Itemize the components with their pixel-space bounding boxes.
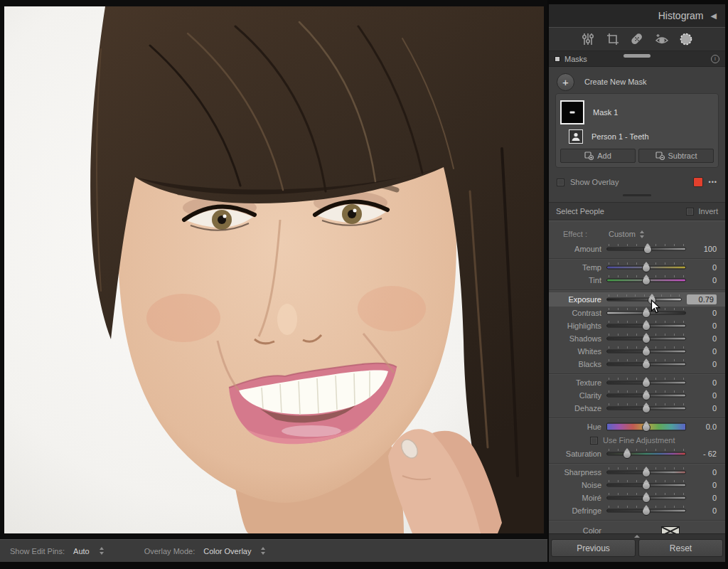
slider-value-exposure[interactable]: 0.79 <box>687 294 717 304</box>
mask-list-item[interactable]: Mask 1 <box>560 97 714 127</box>
use-fine-adjustment-checkbox[interactable] <box>590 437 598 445</box>
slider-knob-sharpness[interactable] <box>642 469 651 477</box>
healing-icon[interactable] <box>629 31 645 47</box>
slider-row-saturation: Saturation- 62 <box>557 447 717 460</box>
mask-component-item[interactable]: Person 1 - Teeth <box>560 127 714 146</box>
slider-track-moire[interactable] <box>606 493 686 504</box>
person-thumbnail[interactable] <box>569 129 583 144</box>
slider-value-defringe[interactable]: 0 <box>691 506 717 515</box>
masking-icon[interactable] <box>678 31 694 47</box>
slider-track-whites[interactable] <box>606 346 686 357</box>
panel-collapse-handle[interactable] <box>623 194 651 196</box>
slider-row-amount: Amount100 <box>557 243 717 255</box>
portrait-photo[interactable] <box>4 6 544 533</box>
slider-track-noise[interactable] <box>606 480 686 491</box>
slider-knob-whites[interactable] <box>642 348 651 356</box>
slider-label-whites: Whites <box>557 347 601 356</box>
slider-value-shadows[interactable]: 0 <box>691 334 717 343</box>
slider-value-noise[interactable]: 0 <box>691 481 717 489</box>
slider-value-hue[interactable]: 0.0 <box>691 422 717 431</box>
status-bar: Show Edit Pins: Auto Overlay Mode: Color… <box>0 539 547 562</box>
slider-row-hue: Hue0.0 <box>557 420 717 433</box>
slider-value-tint[interactable]: 0 <box>691 276 717 284</box>
slider-track-amount[interactable] <box>606 244 686 255</box>
panel-drag-handle[interactable] <box>623 54 651 58</box>
slider-track-hue[interactable] <box>606 422 686 432</box>
plus-icon[interactable]: + <box>557 73 574 91</box>
slider-knob-noise[interactable] <box>642 482 651 490</box>
histogram-header[interactable]: Histogram ◀ <box>549 4 725 27</box>
slider-value-saturation[interactable]: - 62 <box>691 450 717 458</box>
slider-track-saturation[interactable] <box>606 449 686 459</box>
chevron-updown-icon[interactable] <box>639 230 645 238</box>
slider-value-clarity[interactable]: 0 <box>691 391 717 400</box>
slider-knob-defringe[interactable] <box>642 507 651 516</box>
slider-track-defringe[interactable] <box>606 506 686 516</box>
slider-track-temp[interactable] <box>606 262 686 273</box>
slider-knob-highlights[interactable] <box>642 322 651 331</box>
slider-value-amount[interactable]: 100 <box>691 245 717 253</box>
slider-label-sharpness: Sharpness <box>557 468 601 477</box>
reset-button[interactable]: Reset <box>638 539 723 557</box>
slider-value-highlights[interactable]: 0 <box>691 321 717 330</box>
slider-knob-exposure[interactable] <box>648 296 656 304</box>
effect-preset-dropdown[interactable]: Custom <box>609 230 636 238</box>
slider-row-temp: Temp0 <box>557 261 717 274</box>
slider-track-exposure[interactable] <box>606 294 682 305</box>
slider-knob-tint[interactable] <box>642 277 651 285</box>
slider-value-blacks[interactable]: 0 <box>691 360 717 368</box>
panel-toggle-icon[interactable] <box>555 56 560 62</box>
slider-knob-texture[interactable] <box>642 379 651 388</box>
masks-panel-header[interactable]: Masks i <box>549 51 725 67</box>
slider-value-temp[interactable]: 0 <box>691 263 717 272</box>
slider-row-moire: Moiré0 <box>557 491 717 504</box>
overlay-more-menu[interactable]: ••• <box>709 179 717 186</box>
info-icon[interactable]: i <box>711 55 719 63</box>
slider-knob-clarity[interactable] <box>642 392 651 400</box>
slider-value-sharpness[interactable]: 0 <box>691 468 717 477</box>
slider-knob-blacks[interactable] <box>642 361 651 369</box>
chevron-updown-icon[interactable] <box>99 547 105 555</box>
slider-track-tint[interactable] <box>606 275 686 286</box>
slider-value-whites[interactable]: 0 <box>691 347 717 356</box>
show-edit-pins-dropdown[interactable]: Auto <box>73 547 90 555</box>
show-overlay-checkbox[interactable] <box>557 179 564 186</box>
select-people-header: Select People Invert <box>549 202 725 220</box>
slider-knob-moire[interactable] <box>642 494 651 503</box>
slider-track-shadows[interactable] <box>606 334 686 344</box>
slider-track-blacks[interactable] <box>606 359 686 370</box>
subtract-button[interactable]: Subtract <box>638 149 714 163</box>
previous-button[interactable]: Previous <box>551 539 636 557</box>
slider-knob-amount[interactable] <box>643 245 652 254</box>
invert-control[interactable]: Invert <box>686 207 718 216</box>
slider-value-contrast[interactable]: 0 <box>691 309 717 317</box>
collapse-left-icon[interactable]: ◀ <box>711 11 717 21</box>
slider-knob-hue[interactable] <box>642 423 651 432</box>
slider-track-texture[interactable] <box>606 378 686 388</box>
slider-track-fill <box>606 298 682 302</box>
basic-adjustments-icon[interactable] <box>580 31 596 47</box>
slider-knob-saturation[interactable] <box>623 450 631 459</box>
slider-value-dehaze[interactable]: 0 <box>691 404 717 413</box>
slider-track-contrast[interactable] <box>606 308 686 319</box>
overlay-mode-dropdown[interactable]: Color Overlay <box>203 547 251 555</box>
red-eye-icon[interactable] <box>654 31 670 47</box>
overlay-color-swatch[interactable] <box>693 177 703 187</box>
slider-track-highlights[interactable] <box>606 321 686 331</box>
create-new-mask-button[interactable]: + Create New Mask <box>555 70 719 93</box>
slider-knob-dehaze[interactable] <box>642 405 651 413</box>
slider-knob-contrast[interactable] <box>642 309 651 318</box>
add-button[interactable]: Add <box>560 149 636 163</box>
slider-value-moire[interactable]: 0 <box>691 494 717 502</box>
slider-value-texture[interactable]: 0 <box>691 378 717 387</box>
slider-track-sharpness[interactable] <box>606 467 686 478</box>
color-none-swatch[interactable] <box>661 526 680 534</box>
slider-track-dehaze[interactable] <box>606 403 686 414</box>
slider-knob-temp[interactable] <box>642 264 651 272</box>
slider-track-clarity[interactable] <box>606 390 686 401</box>
slider-knob-shadows[interactable] <box>642 335 651 344</box>
mask-thumbnail[interactable] <box>560 100 584 124</box>
invert-checkbox[interactable] <box>686 208 694 216</box>
chevron-updown-icon[interactable] <box>260 547 266 555</box>
crop-icon[interactable] <box>605 31 621 47</box>
